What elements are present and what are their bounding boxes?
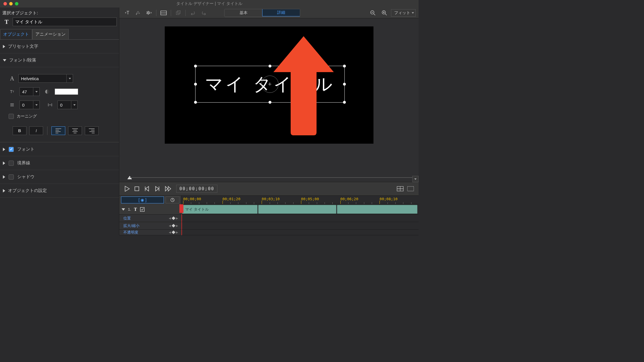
zoom-out-button[interactable] — [368, 9, 378, 17]
duplicate-button[interactable] — [173, 9, 183, 17]
font-size-input[interactable]: 47 — [20, 87, 40, 96]
disclosure-right-icon — [3, 161, 5, 165]
section-font-paragraph[interactable]: フォント/段落 — [0, 53, 119, 67]
canvas-area: +T + ✲+ 基本 詳細 — [119, 7, 419, 235]
aspect-ratio-button[interactable] — [407, 186, 414, 191]
step-forward-button[interactable] — [154, 186, 160, 192]
disclosure-right-icon — [3, 189, 5, 192]
svg-rect-15 — [407, 186, 414, 191]
play-button[interactable] — [124, 186, 130, 192]
undo-button[interactable] — [188, 9, 198, 17]
minimize-window-button[interactable] — [9, 2, 13, 5]
mode-advanced-button[interactable]: 詳細 — [262, 9, 300, 16]
svg-point-6 — [139, 13, 140, 14]
time-view-button[interactable] — [166, 197, 179, 203]
line-spacing-input[interactable]: 0 — [20, 101, 40, 109]
disclosure-down-icon — [3, 59, 6, 61]
keyframe-icon[interactable] — [172, 224, 175, 228]
panel-options-button[interactable] — [412, 176, 419, 182]
stop-button[interactable] — [134, 186, 139, 191]
section-preset-text[interactable]: プリセット文字 — [0, 40, 119, 53]
timeline-zoom-slider[interactable] — [119, 173, 419, 182]
timecode-display[interactable]: 00;00;00;00 — [176, 185, 217, 193]
selected-object-input[interactable] — [13, 18, 117, 26]
tab-object[interactable]: オブジェクト — [0, 29, 32, 39]
preview-canvas[interactable]: マイ タイトル + — [119, 18, 419, 173]
ruler-tick-label: 00;01;20 — [223, 197, 241, 201]
insert-image-button[interactable] — [159, 9, 168, 17]
kerning-checkbox[interactable] — [9, 114, 14, 119]
visibility-checkbox-icon[interactable] — [140, 207, 145, 212]
time-ruler[interactable]: 00;00;0000;01;2000;03;1000;05;0000;06;20… — [181, 196, 419, 204]
mode-segment: 基本 詳細 — [224, 9, 300, 17]
bold-button[interactable]: B — [13, 126, 26, 135]
svg-rect-17 — [140, 207, 144, 211]
track-lane[interactable]: マイ タイトル — [181, 204, 419, 214]
svg-point-1 — [138, 11, 138, 12]
border-enable-checkbox[interactable] — [9, 161, 14, 166]
ruler-tick-label: 00;00;00 — [183, 197, 201, 201]
close-window-button[interactable] — [3, 2, 7, 5]
ruler-controls: [ ◉ ] — [119, 196, 181, 204]
text-type-icon: T — [2, 18, 11, 26]
tab-animation[interactable]: アニメーション — [32, 29, 69, 39]
svg-point-5 — [138, 13, 138, 14]
svg-rect-13 — [135, 187, 139, 191]
annotation-up-arrow-icon — [266, 33, 341, 137]
font-color-swatch[interactable] — [55, 88, 78, 95]
line-spacing-icon — [9, 102, 16, 107]
tracking-input[interactable]: 0 — [57, 101, 78, 109]
font-enable-checkbox[interactable] — [9, 147, 14, 152]
redo-button[interactable] — [199, 9, 209, 17]
align-center-button[interactable] — [68, 126, 82, 135]
keyframe-icon[interactable] — [172, 216, 175, 220]
step-back-button[interactable] — [144, 186, 150, 192]
ruler-tick-label: 00;08;10 — [379, 197, 398, 201]
add-effect-button[interactable]: ✲+ — [144, 9, 154, 17]
tracking-icon — [47, 102, 53, 107]
playhead-icon[interactable] — [179, 204, 183, 213]
zoom-dropdown[interactable]: フィット — [391, 9, 416, 17]
keyframe-icon[interactable] — [172, 230, 175, 234]
fast-forward-button[interactable] — [165, 186, 172, 192]
property-row-opacity[interactable]: 不透明度 ◀▶ — [119, 230, 181, 235]
zoom-in-button[interactable] — [379, 9, 389, 17]
text-type-icon: T — [134, 205, 137, 214]
font-family-dropdown[interactable]: Helvetica — [18, 74, 73, 83]
section-font-check[interactable]: フォント — [0, 142, 119, 156]
font-size-icon: TT — [9, 89, 16, 94]
timeline-panel: [ ◉ ] 00;00;0000;01;2000;03;1000;05;0000… — [119, 196, 419, 235]
canvas-toolbar: +T + ✲+ 基本 詳細 — [119, 7, 419, 18]
svg-rect-9 — [176, 12, 179, 15]
track-header[interactable]: 1. T — [119, 204, 181, 214]
align-left-button[interactable] — [51, 126, 65, 135]
add-text-button[interactable]: +T — [122, 9, 132, 17]
section-shadow-check[interactable]: シャドウ — [0, 170, 119, 184]
svg-point-3 — [139, 12, 139, 13]
property-lane[interactable] — [181, 215, 419, 222]
clip-segment[interactable]: マイ タイトル — [182, 205, 258, 214]
svg-text:+: + — [136, 13, 137, 16]
italic-button[interactable]: I — [29, 126, 43, 135]
section-object-settings[interactable]: オブジェクトの設定 — [0, 184, 119, 198]
property-row-scale[interactable]: 拡大/縮小 ◀▶ — [119, 222, 181, 229]
section-border-check[interactable]: 境界線 — [0, 156, 119, 170]
align-right-button[interactable] — [85, 126, 99, 135]
video-stage: マイ タイトル + — [165, 26, 373, 144]
maximize-window-button[interactable] — [15, 2, 18, 5]
shadow-enable-checkbox[interactable] — [9, 174, 14, 180]
clip-segment[interactable] — [258, 205, 336, 214]
property-lane[interactable] — [181, 230, 419, 235]
property-lane[interactable] — [181, 222, 419, 229]
ruler-tick-label: 00;06;20 — [340, 197, 359, 201]
clip-segment[interactable] — [337, 205, 417, 214]
keyframe-view-button[interactable]: [ ◉ ] — [121, 197, 164, 203]
property-row-position[interactable]: 位置 ◀▶ — [119, 215, 181, 222]
track-disclosure-icon[interactable] — [122, 208, 125, 211]
safe-zone-button[interactable] — [397, 186, 404, 191]
window-titlebar: タイトル デザイナー | マイ タイトル — [0, 0, 419, 7]
font-family-icon: A — [9, 75, 16, 82]
mode-basic-button[interactable]: 基本 — [225, 9, 262, 17]
add-particle-button[interactable]: + — [133, 9, 143, 17]
playback-controls: 00;00;00;00 — [119, 182, 419, 196]
